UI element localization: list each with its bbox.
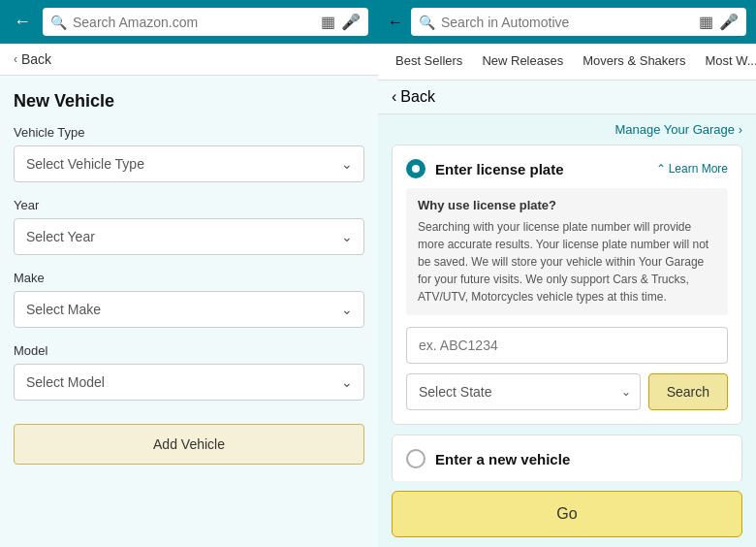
why-use-license-box: Why use license plate? Searching with yo… <box>406 188 728 315</box>
left-search-wrapper: 🔍 ▦ 🎤 <box>43 8 368 36</box>
back-chevron-icon: ‹ <box>14 52 17 66</box>
tab-best-sellers[interactable]: Best Sellers <box>386 44 472 80</box>
state-select-wrapper: Select State ⌄ <box>406 373 641 410</box>
right-back-chevron-icon: ‹ <box>392 88 396 106</box>
vehicle-type-select-wrapper: Select Vehicle Type ⌄ <box>14 145 364 182</box>
right-search-icon: 🔍 <box>419 15 435 30</box>
model-select-wrapper: Select Model ⌄ <box>14 364 364 401</box>
license-option-header: Enter license plate ⌃ Learn More <box>406 159 728 178</box>
left-search-bar: ← 🔍 ▦ 🎤 <box>0 0 378 44</box>
license-plate-card: Enter license plate ⌃ Learn More Why use… <box>392 145 742 425</box>
year-select-wrapper: Select Year ⌄ <box>14 218 364 255</box>
tab-new-releases[interactable]: New Releases <box>472 44 573 80</box>
left-search-input[interactable] <box>73 15 315 30</box>
make-label: Make <box>14 271 364 285</box>
manage-garage-link[interactable]: Manage Your Garage › <box>378 114 756 145</box>
tab-most-wished[interactable]: Most W... <box>695 44 756 80</box>
learn-more-label: Learn More <box>669 162 728 176</box>
year-label: Year <box>14 198 364 212</box>
make-select[interactable]: Select Make <box>14 291 364 328</box>
right-content: Enter license plate ⌃ Learn More Why use… <box>378 145 756 481</box>
new-vehicle-radio[interactable] <box>406 449 425 468</box>
form-title: New Vehicle <box>14 91 364 112</box>
learn-more-chevron-icon: ⌃ <box>656 162 666 176</box>
new-vehicle-title: Enter a new vehicle <box>435 451 728 467</box>
right-panel: ← 🔍 ▦ 🎤 Best Sellers New Releases Movers… <box>378 0 756 547</box>
vehicle-type-select[interactable]: Select Vehicle Type <box>14 145 364 182</box>
right-back-button[interactable]: Back <box>400 88 435 106</box>
learn-more-link[interactable]: ⌃ Learn More <box>656 162 728 176</box>
year-select[interactable]: Select Year <box>14 218 364 255</box>
why-title: Why use license plate? <box>418 198 716 212</box>
vehicle-type-label: Vehicle Type <box>14 125 364 140</box>
right-nav-back-bar: ‹ Back <box>378 80 756 114</box>
add-vehicle-button[interactable]: Add Vehicle <box>14 424 364 465</box>
plate-number-input[interactable] <box>406 327 728 364</box>
go-button[interactable]: Go <box>392 491 742 537</box>
vehicle-type-group: Vehicle Type Select Vehicle Type ⌄ <box>14 125 364 182</box>
license-radio-selected[interactable] <box>406 159 425 178</box>
make-select-wrapper: Select Make ⌄ <box>14 291 364 328</box>
mic-icon[interactable]: 🎤 <box>341 13 361 31</box>
make-group: Make Select Make ⌄ <box>14 271 364 328</box>
camera-icon[interactable]: ▦ <box>321 13 335 31</box>
right-search-input[interactable] <box>441 15 693 30</box>
model-group: Model Select Model ⌄ <box>14 343 364 401</box>
new-vehicle-card: Enter a new vehicle <box>392 434 742 481</box>
right-search-wrapper: 🔍 ▦ 🎤 <box>411 8 746 36</box>
tabs-bar: Best Sellers New Releases Movers & Shake… <box>378 44 756 80</box>
why-text: Searching with your license plate number… <box>418 218 716 306</box>
right-search-bar: ← 🔍 ▦ 🎤 <box>378 0 756 44</box>
year-group: Year Select Year ⌄ <box>14 198 364 255</box>
state-select[interactable]: Select State <box>406 373 641 410</box>
go-btn-container: Go <box>378 481 756 547</box>
new-vehicle-form: New Vehicle Vehicle Type Select Vehicle … <box>0 76 378 547</box>
tab-movers-shakers[interactable]: Movers & Shakers <box>573 44 695 80</box>
left-panel: ← 🔍 ▦ 🎤 ‹ Back New Vehicle Vehicle Type … <box>0 0 378 547</box>
right-camera-icon[interactable]: ▦ <box>699 13 713 31</box>
license-option-title: Enter license plate <box>435 161 646 177</box>
left-back-nav-icon[interactable]: ← <box>10 10 35 34</box>
left-nav-back-bar: ‹ Back <box>0 44 378 76</box>
search-button[interactable]: Search <box>648 373 728 410</box>
search-icon: 🔍 <box>50 15 67 30</box>
right-mic-icon[interactable]: 🎤 <box>719 13 739 31</box>
model-select[interactable]: Select Model <box>14 364 364 401</box>
left-back-button[interactable]: Back <box>21 51 51 67</box>
right-back-nav-icon[interactable]: ← <box>388 14 403 31</box>
model-label: Model <box>14 343 364 358</box>
state-search-row: Select State ⌄ Search <box>406 373 728 410</box>
